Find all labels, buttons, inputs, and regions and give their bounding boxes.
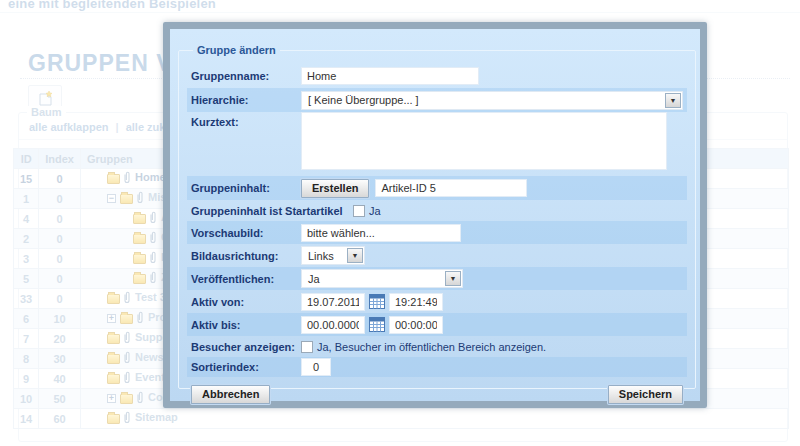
- startartikel-label: Gruppeninhalt ist Startartikel: [191, 205, 353, 217]
- aktiv-von-label: Aktiv von:: [191, 296, 301, 308]
- hierarchie-selected-value: [ Keine Übergruppe... ]: [302, 94, 665, 106]
- form-row-veroeffentlichen: Veröffentlichen: Ja ▼: [187, 267, 687, 290]
- gruppeninhalt-label: Gruppeninhalt:: [191, 182, 301, 194]
- startartikel-checkbox-label: Ja: [369, 205, 381, 217]
- erstellen-button[interactable]: Erstellen: [301, 179, 369, 198]
- bildausrichtung-select[interactable]: Links ▼: [301, 246, 365, 265]
- form-row-startartikel: Gruppeninhalt ist Startartikel Ja: [187, 200, 687, 221]
- form-row-kurztext: Kurztext:: [187, 112, 687, 176]
- aktiv-bis-date-input[interactable]: [301, 316, 365, 334]
- veroeffentlichen-select[interactable]: Ja ▼: [301, 269, 463, 288]
- calendar-icon[interactable]: [369, 294, 385, 309]
- aktiv-bis-time-input[interactable]: [389, 316, 443, 334]
- form-row-gruppenname: Gruppenname:: [187, 64, 687, 88]
- chevron-down-icon[interactable]: ▼: [445, 271, 461, 286]
- sortierindex-input[interactable]: [301, 358, 331, 376]
- aktiv-bis-label: Aktiv bis:: [191, 319, 301, 331]
- gruppenname-input[interactable]: [301, 67, 479, 85]
- vorschaubild-input[interactable]: [301, 224, 461, 242]
- form-row-besucher: Besucher anzeigen: Ja, Besucher im öffen…: [187, 336, 687, 357]
- form-row-sortierindex: Sortierindex:: [187, 357, 687, 377]
- form-row-bildausrichtung: Bildausrichtung: Links ▼: [187, 244, 687, 267]
- edit-group-dialog: Gruppe ändern Gruppenname: Hierarchie: […: [163, 22, 707, 408]
- dialog-button-row: Abbrechen Speichern: [187, 381, 687, 407]
- chevron-down-icon[interactable]: ▼: [665, 93, 681, 108]
- hierarchie-select[interactable]: [ Keine Übergruppe... ] ▼: [301, 91, 683, 110]
- aktiv-von-time-input[interactable]: [389, 293, 443, 311]
- calendar-icon[interactable]: [369, 317, 385, 332]
- form-row-vorschaubild: Vorschaubild:: [187, 221, 687, 244]
- gruppenname-label: Gruppenname:: [191, 70, 301, 82]
- veroeffentlichen-selected-value: Ja: [302, 273, 445, 285]
- save-button[interactable]: Speichern: [608, 385, 683, 404]
- gruppeninhalt-input[interactable]: [375, 179, 527, 197]
- besucher-label: Besucher anzeigen:: [191, 341, 301, 353]
- kurztext-textarea[interactable]: [301, 112, 667, 170]
- bildausrichtung-label: Bildausrichtung:: [191, 250, 301, 262]
- aktiv-von-date-input[interactable]: [301, 293, 365, 311]
- chevron-down-icon[interactable]: ▼: [347, 248, 363, 263]
- bildausrichtung-selected-value: Links: [302, 250, 347, 262]
- dialog-legend: Gruppe ändern: [193, 44, 280, 56]
- form-row-gruppeninhalt: Gruppeninhalt: Erstellen: [187, 176, 687, 200]
- hierarchie-label: Hierarchie:: [191, 94, 301, 106]
- startartikel-checkbox[interactable]: [353, 205, 365, 217]
- form-row-hierarchie: Hierarchie: [ Keine Übergruppe... ] ▼: [187, 88, 687, 112]
- besucher-checkbox-label: Ja, Besucher im öffentlichen Bereich anz…: [317, 341, 546, 353]
- form-row-aktiv-bis: Aktiv bis:: [187, 313, 687, 336]
- vorschaubild-label: Vorschaubild:: [191, 227, 301, 239]
- edit-group-fieldset: Gruppe ändern Gruppenname: Hierarchie: […: [178, 44, 696, 389]
- form-row-aktiv-von: Aktiv von:: [187, 290, 687, 313]
- veroeffentlichen-label: Veröffentlichen:: [191, 273, 301, 285]
- besucher-checkbox[interactable]: [301, 341, 313, 353]
- cancel-button[interactable]: Abbrechen: [191, 385, 270, 404]
- kurztext-label: Kurztext:: [191, 112, 301, 128]
- sortierindex-label: Sortierindex:: [191, 361, 301, 373]
